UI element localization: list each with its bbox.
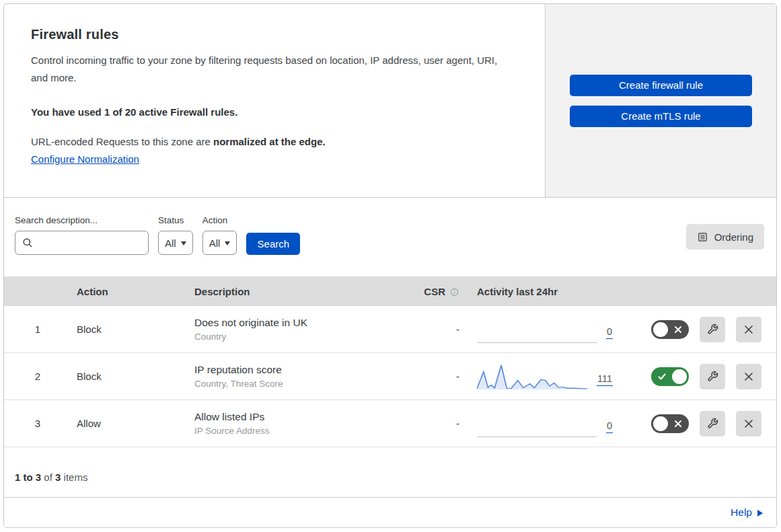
rule-priority: 2 [4, 371, 71, 382]
activity-sparkline [477, 362, 587, 391]
ordering-button-label: Ordering [714, 231, 753, 243]
search-button[interactable]: Search [246, 233, 300, 255]
rule-fields: IP Source Address [194, 426, 398, 436]
caret-down-icon [225, 241, 230, 245]
rule-priority: 1 [4, 324, 71, 335]
ordering-icon [697, 231, 708, 243]
firewall-rules-panel: Firewall rules Control incoming traffic … [3, 3, 777, 528]
search-field-group: Search description... [15, 215, 149, 255]
search-icon [22, 237, 33, 248]
rule-description-cell: IP reputation score Country, Threat Scor… [189, 364, 398, 389]
toggle-x-icon [673, 419, 683, 428]
status-select[interactable]: All [158, 231, 193, 255]
table-header: Action Description CSR Activity last 24h… [4, 276, 776, 306]
rule-fields: Country, Threat Score [194, 379, 398, 389]
edit-rule-button[interactable] [700, 317, 725, 342]
normalization-text: URL-encoded Requests to this zone are [31, 136, 213, 147]
table-row-2: 2 Block IP reputation score Country, Thr… [4, 353, 776, 400]
ordering-button[interactable]: Ordering [686, 224, 764, 250]
search-input[interactable] [38, 237, 141, 248]
rule-controls [633, 364, 776, 389]
rule-action: Block [71, 324, 189, 335]
rule-activity-cell: 111 [472, 362, 633, 391]
toggle-knob [653, 322, 668, 337]
enable-toggle[interactable] [651, 414, 689, 433]
rule-activity-cell: 0 [472, 313, 633, 346]
items-range: 1 to 3 [15, 471, 41, 483]
activity-count-link[interactable]: 0 [606, 326, 613, 339]
column-csr: CSR [398, 286, 472, 297]
delete-rule-button[interactable] [736, 364, 761, 389]
toggle-check-icon [657, 372, 667, 381]
toggle-knob [672, 369, 687, 384]
filter-controls: Search description... Status All Action … [15, 215, 300, 255]
edit-rule-button[interactable] [700, 411, 725, 436]
help-bar: Help [4, 498, 776, 527]
status-label: Status [158, 215, 193, 225]
activity-sparkline-flat [477, 408, 597, 437]
action-select[interactable]: All [202, 231, 237, 255]
edit-rule-button[interactable] [700, 364, 725, 389]
delete-rule-button[interactable] [736, 317, 761, 342]
rule-priority: 3 [4, 418, 71, 429]
rule-description: Does not originate in UK [194, 317, 398, 329]
rule-activity-cell: 0 [472, 408, 633, 440]
column-csr-label: CSR [424, 286, 445, 297]
action-filter-group: Action All [202, 215, 237, 255]
action-select-value: All [209, 237, 221, 249]
status-filter-group: Status All [158, 215, 193, 255]
items-of: of [41, 471, 55, 483]
rule-csr: - [398, 371, 472, 382]
status-select-value: All [165, 237, 176, 249]
enable-toggle[interactable] [651, 367, 689, 386]
column-activity: Activity last 24hr [472, 286, 633, 297]
wrench-icon [707, 418, 718, 429]
column-description: Description [189, 286, 398, 297]
activity-sparkline-flat [477, 313, 597, 343]
help-link-label: Help [731, 506, 752, 519]
rule-description-cell: Allow listed IPs IP Source Address [189, 411, 398, 436]
rule-description-cell: Does not originate in UK Country [189, 317, 398, 342]
action-label: Action [202, 215, 237, 225]
rule-csr: - [398, 324, 472, 335]
rule-fields: Country [194, 332, 398, 342]
normalization-bold: normalized at the edge. [213, 136, 326, 147]
help-arrow-icon [757, 510, 763, 517]
table-row-1: 1 Block Does not originate in UK Country… [4, 306, 776, 353]
rule-action: Allow [71, 418, 189, 429]
rule-controls [633, 317, 776, 342]
toggle-knob [653, 416, 668, 431]
rule-description: IP reputation score [194, 364, 398, 376]
configure-normalization-link[interactable]: Configure Normalization [31, 153, 139, 165]
hero-text: Firewall rules Control incoming traffic … [4, 4, 545, 197]
toggle-x-icon [673, 325, 683, 334]
info-icon[interactable] [449, 287, 459, 297]
rule-action: Block [71, 371, 189, 382]
create-mtls-rule-button[interactable]: Create mTLS rule [570, 106, 752, 127]
create-firewall-rule-button[interactable]: Create firewall rule [570, 75, 752, 96]
wrench-icon [707, 371, 718, 382]
column-action: Action [71, 286, 189, 297]
rule-csr: - [398, 418, 472, 429]
help-link[interactable]: Help [731, 506, 763, 519]
table-row-3: 3 Allow Allow listed IPs IP Source Addre… [4, 400, 776, 447]
activity-count-link[interactable]: 111 [597, 373, 613, 386]
close-icon [743, 371, 754, 382]
filter-bar: Search description... Status All Action … [4, 198, 776, 276]
normalization-note: URL-encoded Requests to this zone are no… [31, 136, 517, 147]
caret-down-icon [181, 241, 186, 245]
wrench-icon [707, 324, 718, 335]
rule-description: Allow listed IPs [194, 411, 398, 423]
hero-section: Firewall rules Control incoming traffic … [4, 4, 776, 198]
delete-rule-button[interactable] [736, 411, 761, 436]
usage-summary: You have used 1 of 20 active Firewall ru… [31, 106, 517, 118]
items-word: items [61, 471, 87, 483]
enable-toggle[interactable] [651, 320, 689, 339]
close-icon [743, 324, 754, 335]
page-description: Control incoming traffic to your zone by… [31, 52, 502, 87]
search-input-box[interactable] [15, 231, 149, 255]
search-label: Search description... [15, 215, 149, 225]
pagination-summary: 1 to 3 of 3 items [4, 447, 776, 498]
activity-count-link[interactable]: 0 [606, 420, 613, 433]
page-title: Firewall rules [31, 27, 517, 42]
